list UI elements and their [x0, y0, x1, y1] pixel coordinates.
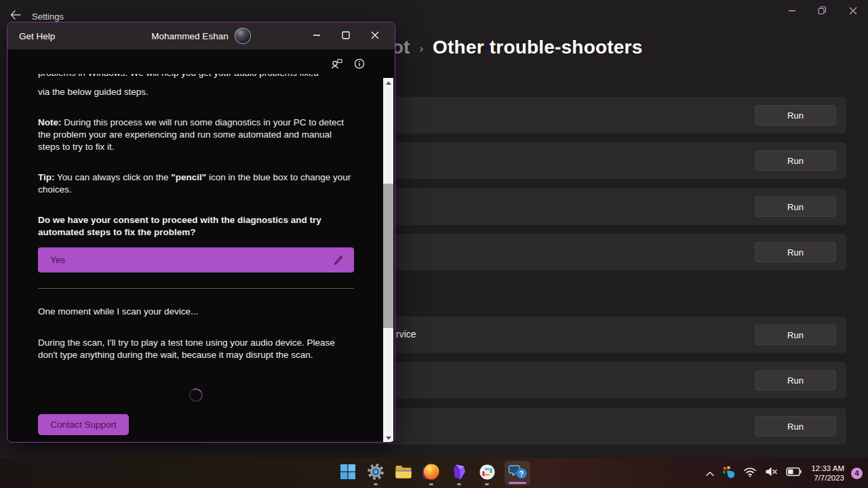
- run-button[interactable]: Run: [755, 105, 836, 125]
- divider: [38, 288, 354, 289]
- obsidian-gem-icon: [452, 464, 467, 483]
- minimize-icon: [788, 5, 796, 18]
- tip-paragraph: Tip: You can always click on the "pencil…: [38, 171, 354, 196]
- clock-date: 7/7/2023: [811, 473, 844, 483]
- running-indicator: [457, 483, 461, 485]
- taskbar-item-settings[interactable]: [366, 460, 386, 487]
- close-button[interactable]: [360, 22, 389, 49]
- run-button[interactable]: Run: [755, 325, 836, 345]
- maximize-button[interactable]: [331, 22, 360, 49]
- note-paragraph: Note: During this process we will run so…: [38, 117, 354, 153]
- consent-answer-label: Yes: [50, 255, 65, 265]
- slack-icon: [479, 464, 496, 483]
- volume-muted-icon: [765, 466, 778, 480]
- troubleshooter-label: rvice: [396, 329, 416, 340]
- triangle-down-icon: [386, 436, 391, 440]
- get-help-content: problems in Windows. We will help you ge…: [7, 49, 395, 443]
- get-help-chat-icon: [509, 464, 527, 483]
- chevron-up-icon: [706, 467, 714, 479]
- scrollbar-thumb[interactable]: [383, 184, 393, 328]
- back-button[interactable]: [9, 9, 23, 22]
- taskbar-pinned-apps: [338, 458, 530, 488]
- active-indicator: [509, 482, 526, 484]
- taskbar-item-get-help[interactable]: [505, 461, 530, 485]
- note-label: Note:: [38, 117, 62, 127]
- pencil-icon[interactable]: [332, 253, 344, 266]
- back-arrow-icon: [9, 9, 23, 20]
- desktop: Settings ot › Other trouble-shooters: [0, 0, 868, 488]
- minimize-button[interactable]: [776, 0, 807, 23]
- windows-start-icon: [340, 464, 356, 483]
- settings-gear-icon: [367, 463, 384, 483]
- taskbar-item-slack[interactable]: [477, 460, 497, 487]
- close-button[interactable]: [837, 0, 868, 23]
- settings-app-title: Settings: [32, 12, 64, 22]
- clock[interactable]: 12:33 AM 7/7/2023: [811, 464, 844, 483]
- settings-titlebar: Settings: [0, 0, 868, 24]
- share-feedback-icon[interactable]: [331, 58, 342, 69]
- consent-question: Do we have your consent to proceed with …: [38, 214, 343, 239]
- run-button[interactable]: Run: [755, 197, 836, 217]
- running-indicator: [374, 483, 378, 485]
- maximize-icon: [342, 30, 350, 42]
- restore-icon: [818, 5, 827, 18]
- wifi-button[interactable]: [739, 460, 761, 487]
- get-help-titlebar: Get Help Mohammed Eshan: [7, 22, 395, 49]
- consent-answer-chip[interactable]: Yes: [38, 247, 354, 272]
- taskbar-item-file-explorer[interactable]: [393, 460, 414, 487]
- page-title: Other trouble-shooters: [433, 37, 642, 58]
- run-button[interactable]: Run: [755, 242, 836, 262]
- get-help-toolbar: [331, 58, 365, 69]
- battery-button[interactable]: [782, 460, 806, 487]
- notification-badge[interactable]: 4: [851, 468, 863, 479]
- tray-app-icon: [722, 466, 735, 481]
- loading-spinner: [187, 386, 204, 403]
- wifi-icon: [743, 466, 757, 480]
- start-button[interactable]: [338, 460, 358, 487]
- chevron-right-icon: ›: [419, 40, 423, 56]
- run-button[interactable]: Run: [755, 370, 836, 390]
- taskbar-item-obsidian[interactable]: [449, 460, 469, 487]
- account-name: Mohammed Eshan: [151, 31, 228, 41]
- get-help-caption-buttons: [302, 22, 389, 49]
- close-icon: [849, 5, 857, 18]
- scroll-down-button[interactable]: [383, 433, 393, 443]
- contact-support-button[interactable]: Contact Support: [38, 414, 129, 435]
- tip-label: Tip:: [38, 172, 55, 182]
- firefox-icon: [422, 463, 440, 483]
- triangle-up-icon: [386, 81, 391, 85]
- taskbar-item-firefox[interactable]: [421, 460, 441, 487]
- running-indicator: [429, 483, 433, 485]
- running-indicator: [485, 483, 489, 485]
- volume-button[interactable]: [761, 460, 782, 487]
- system-tray: 12:33 AM 7/7/2023 4: [702, 458, 868, 488]
- tray-chevron-up-button[interactable]: [702, 460, 718, 487]
- folder-icon: [395, 463, 412, 483]
- clock-time: 12:33 AM: [811, 464, 844, 473]
- battery-icon: [786, 467, 802, 479]
- close-icon: [371, 30, 379, 42]
- taskbar: 12:33 AM 7/7/2023 4: [0, 458, 868, 488]
- avatar[interactable]: [235, 28, 251, 44]
- minimize-icon: [313, 30, 321, 42]
- get-help-title: Get Help: [19, 31, 55, 41]
- get-help-window: Get Help Mohammed Eshan: [7, 22, 395, 443]
- info-icon[interactable]: [354, 58, 365, 69]
- scan-status-text: One moment while I scan your device...: [38, 306, 354, 318]
- scrollbar[interactable]: [383, 78, 393, 443]
- minimize-button[interactable]: [302, 22, 331, 49]
- intro-text: via the below guided steps.: [38, 86, 354, 98]
- clipped-text-line: problems in Windows. We will help you ge…: [38, 74, 354, 80]
- breadcrumb: ot › Other trouble-shooters: [392, 37, 642, 58]
- scan-note-text: During the scan, I'll try to play a test…: [38, 337, 354, 361]
- run-button[interactable]: Run: [755, 150, 836, 171]
- tray-app-button[interactable]: [718, 460, 739, 487]
- settings-caption-buttons: [776, 0, 868, 23]
- scroll-up-button[interactable]: [383, 78, 393, 87]
- restore-button[interactable]: [807, 0, 837, 23]
- run-button[interactable]: Run: [755, 416, 836, 436]
